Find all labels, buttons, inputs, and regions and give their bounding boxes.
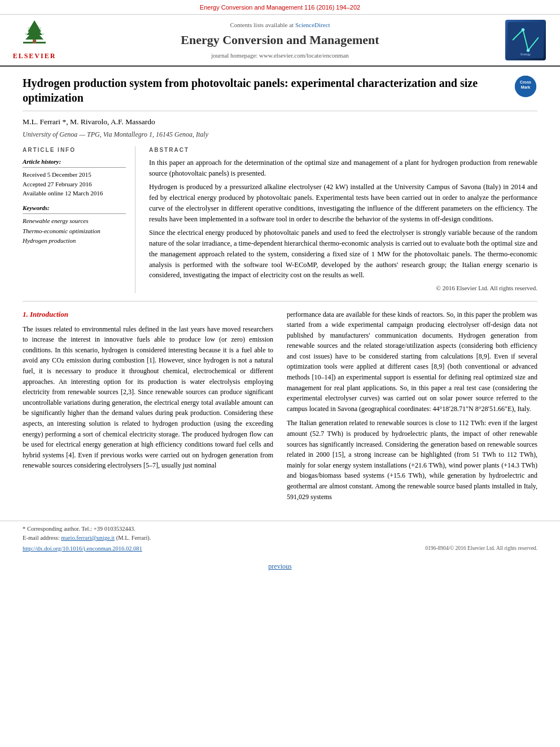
svg-point-8 (42, 33, 44, 35)
journal-logo-box: Energy (505, 20, 546, 60)
svg-text:Energy: Energy (520, 53, 531, 56)
email-link[interactable]: mario.ferrari@unige.it (61, 535, 115, 541)
keyword-1: Renewable energy sources (23, 216, 126, 226)
doi-bar: http://dx.doi.org/10.1016/j.enconman.201… (23, 545, 537, 553)
intro-para-1: The issues related to environmental rule… (23, 324, 273, 471)
journal-logo-graphic: Energy (508, 20, 544, 60)
intro-para-3: The Italian generation related to renewa… (287, 418, 537, 502)
keywords-label: Keywords: (23, 204, 126, 214)
article-container: Hydrogen production system from photovol… (0, 67, 560, 515)
elsevier-logo-area: ELSEVIER (9, 19, 60, 61)
journal-citation: Energy Conversion and Management 116 (20… (200, 4, 360, 11)
corresponding-note: * Corresponding author. Tel.: +39 010353… (23, 526, 135, 532)
section-1-left-text: The issues related to environmental rule… (23, 324, 273, 471)
corresponding-author-note: * Corresponding author. Tel.: +39 010353… (23, 525, 537, 534)
doi-link[interactable]: http://dx.doi.org/10.1016/j.enconman.201… (23, 545, 142, 553)
main-col-left: 1. Introduction The issues related to en… (23, 309, 273, 506)
svg-point-6 (39, 27, 41, 29)
available-date: Available online 12 March 2016 (23, 189, 126, 198)
keyword-3: Hydrogen production (23, 236, 126, 246)
author-names: M.L. Ferrari *, M. Rivarolo, A.F. Massar… (23, 117, 155, 126)
accepted-date: Accepted 27 February 2016 (23, 180, 126, 189)
svg-point-13 (522, 28, 524, 31)
keyword-2: Thermo-economic optimization (23, 226, 126, 237)
received-date: Received 5 December 2015 (23, 170, 126, 180)
email-note: E-mail address: mario.ferrari@unige.it (… (23, 534, 537, 543)
journal-center-info: Contents lists available at ScienceDirec… (65, 19, 495, 61)
affiliation: University of Genoa — TPG, Via Montalleg… (23, 130, 537, 139)
section-1-title: 1. Introduction (23, 309, 273, 320)
journal-title: Energy Conversion and Management (181, 32, 379, 49)
abstract-col: ABSTRACT In this paper an approach for t… (149, 146, 537, 293)
main-col-right: performance data are available for these… (287, 309, 537, 506)
email-author: (M.L. Ferrari). (116, 535, 151, 541)
elsevier-wordmark: ELSEVIER (13, 51, 56, 61)
science-direct-url[interactable]: ScienceDirect (295, 21, 330, 28)
science-direct-link: Contents lists available at ScienceDirec… (230, 21, 330, 29)
copyright-line: © 2016 Elsevier Ltd. All rights reserved… (149, 284, 537, 292)
section-number: 1. (23, 310, 28, 318)
issn-text: 0196-8904/© 2016 Elsevier Ltd. All right… (425, 545, 537, 552)
crossmark-badge: Cross Mark (515, 76, 537, 98)
main-content: 1. Introduction The issues related to en… (23, 309, 537, 506)
article-info-label: ARTICLE INFO (23, 146, 126, 154)
elsevier-tree-icon (18, 19, 51, 50)
article-history-section: Article history: Received 5 December 201… (23, 158, 126, 198)
crossmark-icon: Cross Mark (515, 76, 536, 97)
journal-header: ELSEVIER Contents lists available at Sci… (0, 15, 560, 67)
article-history-label: Article history: (23, 158, 126, 168)
info-abstract-row: ARTICLE INFO Article history: Received 5… (23, 146, 537, 302)
footer: * Corresponding author. Tel.: +39 010353… (0, 521, 560, 556)
abstract-para-1: In this paper an approach for the determ… (149, 158, 537, 179)
svg-point-5 (28, 27, 30, 29)
abstract-text: In this paper an approach for the determ… (149, 158, 537, 281)
page: Energy Conversion and Management 116 (20… (0, 0, 560, 747)
previous-link[interactable]: previous (268, 562, 291, 570)
intro-para-2: performance data are available for these… (287, 309, 537, 414)
article-title: Hydrogen production system from photovol… (23, 76, 509, 105)
keywords-list: Renewable energy sources Thermo-economic… (23, 216, 126, 246)
section-1-right-text: performance data are available for these… (287, 309, 537, 503)
authors-line: M.L. Ferrari *, M. Rivarolo, A.F. Massar… (23, 117, 537, 128)
navigation-bar: previous (0, 556, 560, 577)
section-title-text: Introduction (30, 310, 68, 318)
article-info-col: ARTICLE INFO Article history: Received 5… (23, 146, 135, 293)
keywords-section: Keywords: Renewable energy sources Therm… (23, 204, 126, 246)
svg-point-14 (527, 49, 530, 52)
svg-point-7 (25, 33, 27, 35)
svg-text:Cross: Cross (520, 80, 531, 84)
abstract-para-2: Hydrogen is produced by a pressurized al… (149, 182, 537, 224)
abstract-label: ABSTRACT (149, 146, 537, 154)
article-title-section: Hydrogen production system from photovol… (23, 76, 537, 111)
elsevier-logo: ELSEVIER (13, 19, 56, 61)
journal-homepage: journal homepage: www.elsevier.com/locat… (211, 51, 349, 60)
email-label: E-mail address: (23, 535, 60, 541)
top-bar: Energy Conversion and Management 116 (20… (0, 0, 560, 15)
journal-logo-right: Energy (500, 19, 551, 61)
svg-text:Mark: Mark (521, 85, 530, 89)
abstract-para-3: Since the electrical energy produced by … (149, 228, 537, 281)
